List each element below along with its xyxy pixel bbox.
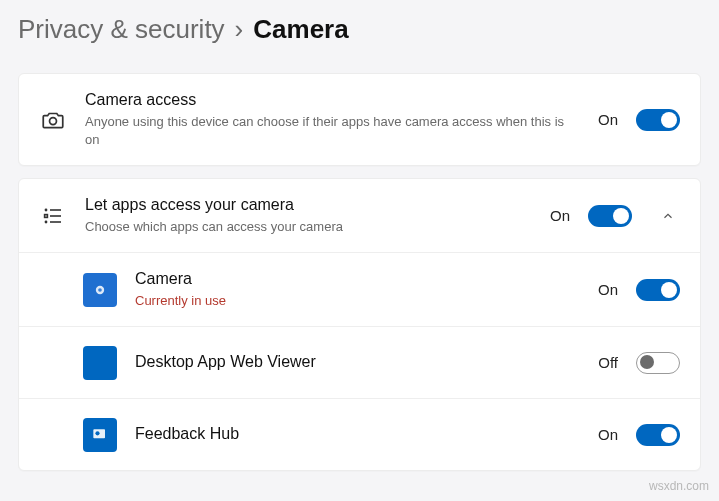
list-icon	[39, 204, 67, 228]
app-name: Camera	[135, 269, 580, 290]
watermark: wsxdn.com	[649, 479, 709, 493]
breadcrumb: Privacy & security › Camera	[18, 0, 701, 73]
svg-point-8	[98, 288, 102, 292]
svg-point-10	[95, 431, 99, 435]
camera-access-toggle[interactable]	[636, 109, 680, 131]
app-status: Off	[598, 354, 618, 371]
app-name: Desktop App Web Viewer	[135, 352, 580, 373]
app-row-feedback-hub: Feedback Hub On	[19, 398, 700, 470]
chevron-up-icon[interactable]	[656, 209, 680, 223]
svg-point-1	[45, 208, 48, 211]
chevron-right-icon: ›	[235, 14, 244, 45]
let-apps-title: Let apps access your camera	[85, 195, 532, 216]
svg-rect-3	[45, 214, 48, 217]
app-toggle-camera[interactable]	[636, 279, 680, 301]
svg-point-0	[50, 117, 57, 124]
app-status: On	[598, 281, 618, 298]
let-apps-toggle[interactable]	[588, 205, 632, 227]
app-row-camera: Camera Currently in use On	[19, 252, 700, 326]
app-toggle-desktop-web-viewer[interactable]	[636, 352, 680, 374]
app-name: Feedback Hub	[135, 424, 580, 445]
svg-point-5	[45, 220, 48, 223]
app-row-desktop-web-viewer: Desktop App Web Viewer Off	[19, 326, 700, 398]
breadcrumb-parent[interactable]: Privacy & security	[18, 14, 225, 45]
let-apps-status: On	[550, 207, 570, 224]
camera-app-icon	[83, 273, 117, 307]
camera-icon	[39, 107, 67, 133]
card-let-apps: Let apps access your camera Choose which…	[18, 178, 701, 471]
breadcrumb-current: Camera	[253, 14, 348, 45]
app-toggle-feedback-hub[interactable]	[636, 424, 680, 446]
app-sub: Currently in use	[135, 292, 580, 310]
camera-access-title: Camera access	[85, 90, 580, 111]
app-status: On	[598, 426, 618, 443]
feedback-hub-app-icon	[83, 418, 117, 452]
camera-access-status: On	[598, 111, 618, 128]
let-apps-subtitle: Choose which apps can access your camera	[85, 218, 532, 236]
card-camera-access: Camera access Anyone using this device c…	[18, 73, 701, 166]
desktop-viewer-app-icon	[83, 346, 117, 380]
camera-access-subtitle: Anyone using this device can choose if t…	[85, 113, 580, 149]
